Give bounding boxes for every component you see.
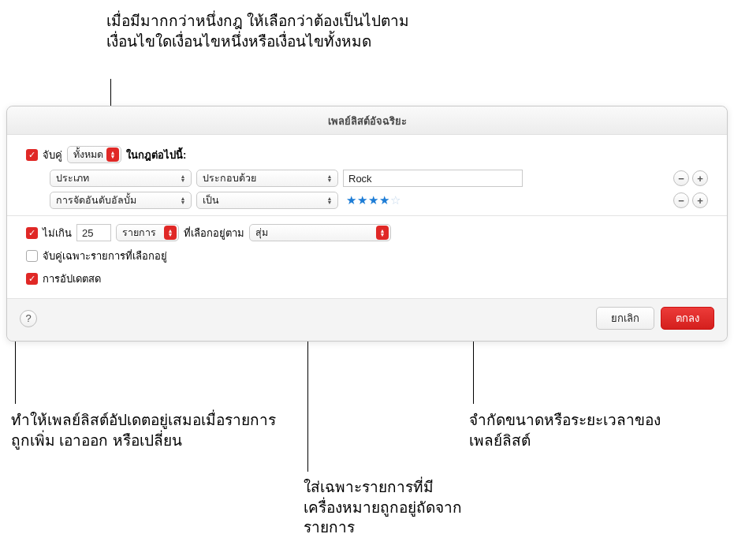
- live-update-checkbox[interactable]: ✓: [26, 273, 38, 285]
- dialog-footer: ? ยกเลิก ตกลง: [7, 298, 727, 341]
- live-update-label: การอัปเดตสด: [43, 271, 101, 287]
- callout-limit: จำกัดขนาดหรือระยะเวลาของเพลย์ลิสต์: [469, 410, 674, 450]
- add-rule-button[interactable]: +: [692, 170, 708, 186]
- star-icon: ☆: [390, 193, 401, 207]
- cancel-button[interactable]: ยกเลิก: [596, 307, 654, 330]
- remove-rule-button[interactable]: −: [673, 170, 689, 186]
- match-row: ✓ จับคู่ ทั้งหมด ▲▼ ในกฎต่อไปนี้:: [26, 146, 708, 163]
- limit-label: ไม่เกิน: [43, 225, 72, 241]
- limit-selectedby-label: ที่เลือกอยู่ตาม: [184, 225, 244, 241]
- callout-live-update: ทำให้เพลย์ลิสต์อัปเดตอยู่เสมอเมื่อรายการ…: [11, 410, 279, 450]
- add-rule-button[interactable]: +: [692, 192, 708, 208]
- help-button[interactable]: ?: [20, 310, 37, 327]
- match-label-pre: จับคู่: [43, 147, 62, 163]
- limit-amount-input[interactable]: 25: [76, 224, 111, 241]
- rule-field-value: ประเภท: [56, 170, 89, 186]
- dialog-title: เพลย์ลิสต์อัจฉริยะ: [7, 106, 727, 135]
- rule-op-popup[interactable]: เป็น ▲▼: [196, 192, 338, 209]
- callout-match-rules: เมื่อมีมากกว่าหนึ่งกฎ ให้เลือกว่าต้องเป็…: [106, 11, 430, 51]
- chevron-updown-icon: ▲▼: [177, 193, 189, 207]
- live-update-row: ✓ การอัปเดตสด: [26, 271, 708, 287]
- limit-method-value: สุ่ม: [255, 225, 268, 241]
- rule-value-input[interactable]: Rock: [343, 170, 523, 187]
- chevron-updown-icon: ▲▼: [376, 226, 389, 240]
- rule-field-value: การจัดอันดับอัลบั้ม: [56, 192, 136, 208]
- match-label-post: ในกฎต่อไปนี้:: [126, 147, 186, 163]
- star-icon: ★: [346, 193, 356, 207]
- limit-row: ✓ ไม่เกิน 25 รายการ ▲▼ ที่เลือกอยู่ตาม ส…: [26, 224, 708, 241]
- chevron-updown-icon: ▲▼: [177, 171, 189, 185]
- limit-unit-popup[interactable]: รายการ ▲▼: [116, 224, 179, 241]
- checked-only-row: จับคู่เฉพาะรายการที่เลือกอยู่: [26, 248, 708, 264]
- chevron-updown-icon: ▲▼: [323, 193, 336, 207]
- limit-unit-value: รายการ: [122, 225, 156, 241]
- callout-checked-only: ใส่เฉพาะรายการที่มีเครื่องหมายถูกอยู่ถัด…: [304, 477, 509, 538]
- star-icon: ★: [379, 193, 389, 207]
- star-icon: ★: [357, 193, 367, 207]
- limit-method-popup[interactable]: สุ่ม ▲▼: [249, 224, 391, 241]
- rule-op-popup[interactable]: ประกอบด้วย ▲▼: [196, 170, 338, 187]
- rule-op-value: เป็น: [203, 192, 219, 208]
- smart-playlist-dialog: เพลย์ลิสต์อัจฉริยะ ✓ จับคู่ ทั้งหมด ▲▼ ใ…: [6, 106, 728, 342]
- chevron-updown-icon: ▲▼: [164, 226, 177, 240]
- match-checkbox[interactable]: ✓: [26, 149, 38, 161]
- rule-field-popup[interactable]: การจัดอันดับอัลบั้ม ▲▼: [50, 192, 192, 209]
- checked-only-checkbox[interactable]: [26, 250, 38, 262]
- ok-button[interactable]: ตกลง: [661, 307, 714, 330]
- divider: [7, 215, 727, 216]
- rule-row: การจัดอันดับอัลบั้ม ▲▼ เป็น ▲▼ ★ ★ ★ ★ ☆…: [50, 192, 708, 209]
- rule-row: ประเภท ▲▼ ประกอบด้วย ▲▼ Rock − +: [50, 170, 708, 187]
- checked-only-label: จับคู่เฉพาะรายการที่เลือกอยู่: [43, 248, 167, 264]
- dialog-body: ✓ จับคู่ ทั้งหมด ▲▼ ในกฎต่อไปนี้: ประเภท…: [7, 135, 727, 298]
- star-icon: ★: [368, 193, 378, 207]
- chevron-updown-icon: ▲▼: [323, 171, 336, 185]
- rule-field-popup[interactable]: ประเภท ▲▼: [50, 170, 192, 187]
- match-all-popup[interactable]: ทั้งหมด ▲▼: [67, 146, 121, 163]
- match-all-popup-value: ทั้งหมด: [73, 147, 103, 162]
- rating-stars[interactable]: ★ ★ ★ ★ ☆: [346, 193, 401, 207]
- rule-op-value: ประกอบด้วย: [203, 170, 256, 186]
- chevron-updown-icon: ▲▼: [106, 147, 119, 162]
- remove-rule-button[interactable]: −: [673, 192, 689, 208]
- limit-checkbox[interactable]: ✓: [26, 227, 38, 239]
